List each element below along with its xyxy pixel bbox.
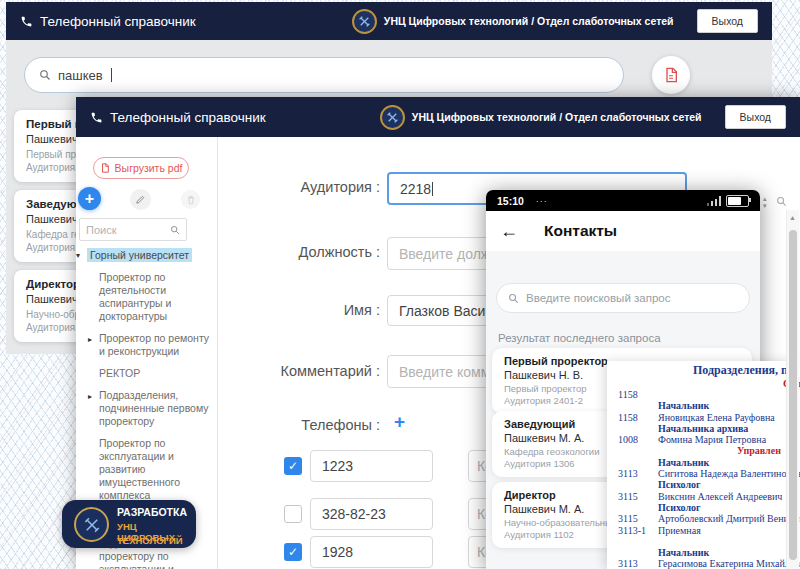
phone-number-value: 1223 [322, 458, 353, 474]
tree-node-label: Проректор по деятельности аспирантуры и … [99, 271, 171, 322]
phone-number-input[interactable]: 328-82-23 [310, 498, 433, 530]
phone-icon [20, 15, 33, 28]
mobile-status-bar: 15:10 ··· [486, 190, 760, 211]
add-phone-button[interactable]: + [394, 411, 405, 433]
scroll-up-arrow[interactable]: ▲ [789, 214, 796, 221]
tree-search-placeholder: Поиск [86, 224, 116, 236]
signal-icon [707, 196, 721, 206]
tree-node-label: Подразделения, подчиненные первому проре… [99, 389, 209, 427]
search-input[interactable]: пашкев [24, 57, 624, 93]
chevron-down-icon[interactable]: ▾ [76, 249, 80, 262]
search-value: пашкев [58, 68, 103, 83]
export-pdf-button[interactable]: Выгрузить pdf [93, 157, 189, 179]
name-value: Глазков Васи [399, 303, 485, 319]
trash-icon [186, 195, 196, 205]
mobile-time: 15:10 [497, 195, 524, 207]
table-row: 1158 [607, 389, 800, 400]
scrollbar-thumb[interactable] [789, 230, 797, 560]
developer-badge: РАЗРАБОТКА УНЦ ЦИФРОВЫХ ТЕХНОЛОГИЙ [62, 500, 196, 548]
table-row: 3113Сигитова Надежда Валентиновна [607, 468, 800, 479]
phone-checkbox[interactable]: ✓ [284, 457, 302, 475]
university-emblem-icon [380, 105, 405, 130]
sort-icon[interactable]: ▴▾ [763, 195, 767, 209]
phone-number-value: 1928 [322, 544, 353, 560]
phone-number-input[interactable]: 1928 [310, 536, 433, 568]
tree-node[interactable]: ▸ Проректор по ремонту и реконструкции [78, 332, 216, 358]
developer-logo-icon [74, 507, 109, 542]
pdf-document-preview: Подразделения, по Отд 1158 Начальник 115… [607, 361, 800, 569]
tree-node[interactable]: РЕКТОР [78, 367, 216, 380]
phone-number-input[interactable]: 1223 [310, 450, 433, 482]
table-row: 3113-1Приемная [607, 525, 800, 536]
tree-node-label: Проректор по эксплуатации и развитию иму… [99, 437, 180, 501]
app-title: Телефонный справочник [40, 14, 196, 29]
check-icon: ✓ [288, 545, 298, 559]
export-pdf-label: Выгрузить pdf [115, 162, 183, 174]
phone-checkbox[interactable]: ✓ [284, 543, 302, 561]
chevron-right-icon[interactable]: ▸ [88, 333, 92, 346]
table-gap [607, 536, 800, 547]
pdf-file-icon [663, 67, 679, 83]
table-row: 3115Артоболевский Дмитрий Вениами [607, 513, 800, 524]
search-icon[interactable] [776, 196, 787, 207]
table-row: Психолог [607, 502, 800, 513]
org-label: УНЦ Цифровых технологий / Отдел слаботоч… [412, 111, 702, 123]
tree-node-label: РЕКТОР [99, 367, 140, 379]
tree-root-label: Горный университет [87, 248, 192, 262]
check-icon: ✓ [288, 459, 298, 473]
document-table: 1158 Начальник 1158Яновицкая Елена Рауфо… [607, 389, 800, 569]
battery-icon [726, 195, 749, 207]
table-row: Начальник [607, 547, 800, 558]
header-org-group: УНЦ Цифровых технологий / Отдел слаботоч… [380, 105, 786, 130]
auditoria-value: 2218 [400, 181, 431, 197]
delete-button[interactable] [181, 190, 200, 209]
mobile-search-input[interactable]: Введите поисковый запрос [496, 283, 750, 313]
pencil-icon [135, 194, 146, 205]
export-pdf-button[interactable] [652, 56, 690, 94]
text-caret [432, 182, 433, 196]
phone-number-value: 328-82-23 [322, 506, 386, 522]
tree-search-input[interactable]: Поиск [79, 218, 187, 241]
add-button[interactable]: + [78, 187, 101, 210]
name-label: Имя : [240, 302, 380, 318]
position-label: Должность : [240, 244, 380, 260]
header-org-group: УНЦ Цифровых технологий / Отдел слаботоч… [352, 9, 758, 34]
table-section-row: Управлен [607, 445, 800, 456]
mobile-search-placeholder: Введите поисковый запрос [526, 292, 670, 304]
table-row: Начальник [607, 457, 800, 468]
pdf-file-icon [100, 163, 110, 173]
phones-label: Телефоны : [240, 417, 380, 433]
edit-button[interactable] [130, 189, 151, 210]
auditoria-label: Аудитория : [240, 179, 380, 195]
tree-node-label: Проректор по ремонту и реконструкции [99, 332, 209, 357]
tree-node[interactable]: Проректор по деятельности аспирантуры и … [78, 271, 216, 323]
table-row: Начальник [607, 400, 800, 411]
search-icon [170, 225, 180, 235]
document-title: Подразделения, по [693, 363, 794, 378]
tree-node-root[interactable]: ▾ Горный университет [78, 249, 216, 262]
app-title: Телефонный справочник [110, 110, 266, 125]
back-arrow-icon[interactable]: ← [500, 221, 518, 242]
tree-node[interactable]: Проректор по эксплуатации и развитию иму… [78, 437, 216, 502]
badge-line1: РАЗРАБОТКА [117, 506, 187, 518]
table-row: 3113Герасимова Екатерина Михайловн [607, 558, 800, 569]
badge-line3: ТЕХНОЛОГИЙ [117, 535, 183, 546]
logout-button[interactable]: Выход [697, 9, 758, 33]
search-icon [508, 293, 519, 304]
table-row: Начальника архива [607, 423, 800, 434]
tree-node[interactable]: ▸ Подразделения, подчиненные первому про… [78, 389, 216, 428]
plus-icon: + [85, 190, 94, 208]
mobile-header: ← Контакты [486, 211, 760, 251]
table-row: 3115Викснин Алексей Андреевич [607, 491, 800, 502]
sidebar-divider [217, 137, 218, 569]
phone-checkbox[interactable] [284, 505, 302, 523]
mobile-menu-dots: ··· [536, 196, 548, 206]
text-caret [111, 68, 112, 82]
logout-button[interactable]: Выход [725, 105, 786, 129]
app-header: Телефонный справочник УНЦ Цифровых техно… [76, 97, 800, 137]
org-label: УНЦ Цифровых технологий / Отдел слаботоч… [384, 15, 674, 27]
table-row: Психолог [607, 479, 800, 490]
chevron-right-icon[interactable]: ▸ [88, 390, 92, 403]
table-row: 1008Фомина Мария Петровна [607, 434, 800, 445]
vertical-scrollbar[interactable]: ▲ [786, 210, 799, 569]
